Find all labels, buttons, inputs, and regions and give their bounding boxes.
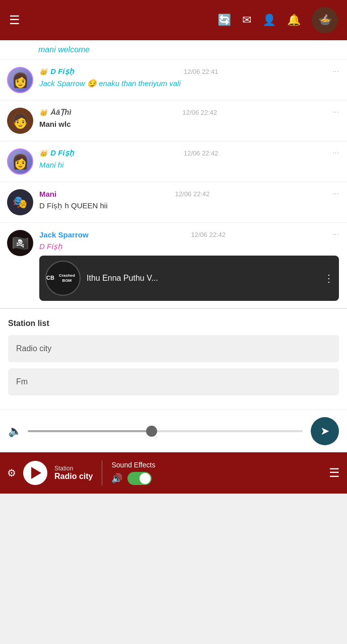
message-time: 12/06 22:41 <box>184 68 219 75</box>
play-triangle-icon <box>31 467 41 479</box>
send-button[interactable]: ➤ <box>311 417 339 445</box>
media-title: Ithu Enna Puthu V... <box>87 274 324 283</box>
divider <box>102 460 102 486</box>
message-text: D Fíṣḥ <box>39 241 339 252</box>
bell-icon[interactable]: 🔔 <box>287 14 301 27</box>
table-row: 🏴‍☠️ Jack Sparrow 12/06 22:42 ··· D Fíṣḥ… <box>0 223 347 308</box>
crown-icon: 👑 <box>39 68 47 75</box>
message-header: 👑 ĀāṬhì 12/06 22:42 ··· <box>39 108 339 117</box>
table-row: 🎭 Mani 12/06 22:42 ··· D Fíṣḥ h QUEEN hi… <box>0 182 347 223</box>
avatar: 👩 <box>7 67 33 93</box>
message-text: D Fíṣḥ h QUEEN hii <box>39 200 339 211</box>
username: 👑 D Fíṣḥ <box>39 67 74 76</box>
sync-icon[interactable]: 🔄 <box>218 14 231 27</box>
bottom-bar: ⚙ Station Radio city Sound Effects 🔊 ☰ <box>0 452 347 494</box>
crown-icon: 👑 <box>39 149 47 157</box>
equalizer-icon[interactable]: ⚙ <box>7 467 16 479</box>
list-item[interactable]: Radio city <box>8 335 339 362</box>
table-row: 🧑 👑 ĀāṬhì 12/06 22:42 ··· Mani wlc <box>0 101 347 141</box>
more-icon[interactable]: ··· <box>332 230 339 239</box>
crown-icon: 👑 <box>39 109 47 116</box>
message-header: 👑 D Fíṣḥ 12/06 22:42 ··· <box>39 148 339 157</box>
message-header: Jack Sparrow 12/06 22:42 ··· <box>39 230 339 239</box>
avatar[interactable]: 🍲 <box>312 7 338 33</box>
more-icon[interactable]: ··· <box>332 189 339 198</box>
message-time: 12/06 22:42 <box>175 190 210 198</box>
username: 👑 ĀāṬhì <box>39 108 72 117</box>
message-body: 👑 ĀāṬhì 12/06 22:42 ··· Mani wlc <box>39 108 339 129</box>
bottom-menu-icon[interactable]: ☰ <box>329 466 340 480</box>
slider-thumb[interactable] <box>146 426 157 437</box>
sound-effects-toggle[interactable] <box>127 472 152 485</box>
sound-effects-row: 🔊 <box>111 472 155 485</box>
station-info: Station Radio city <box>54 465 93 481</box>
username: Mani <box>39 190 56 198</box>
slider-fill <box>28 430 152 432</box>
message-body: 👑 D Fíṣḥ 12/06 22:41 ··· Jack Sparrow 😏 … <box>39 67 339 89</box>
more-icon[interactable]: ··· <box>332 148 339 157</box>
username: Jack Sparrow <box>39 230 89 239</box>
station-label: Station <box>54 465 93 472</box>
message-header: Mani 12/06 22:42 ··· <box>39 189 339 198</box>
message-text: Jack Sparrow 😏 enaku than theriyum vali <box>39 78 339 89</box>
partial-message-text: mani welcome <box>38 45 90 54</box>
more-icon[interactable]: ··· <box>332 67 339 76</box>
message-time: 12/06 22:42 <box>184 149 219 157</box>
play-button[interactable] <box>23 461 47 485</box>
message-body: Mani 12/06 22:42 ··· D Fíṣḥ h QUEEN hii <box>39 189 339 211</box>
table-row: 👩 👑 D Fíṣḥ 12/06 22:41 ··· Jack Sparrow … <box>0 60 347 101</box>
more-icon[interactable]: ··· <box>332 108 339 117</box>
toggle-knob <box>140 473 151 484</box>
message-text: Mani wlc <box>39 119 339 129</box>
message-body: 👑 D Fíṣḥ 12/06 22:42 ··· Mani hi <box>39 148 339 170</box>
speaker-icon: 🔊 <box>111 473 122 484</box>
message-body: Jack Sparrow 12/06 22:42 ··· D Fíṣḥ CBCr… <box>39 230 339 301</box>
list-item[interactable]: Fm <box>8 368 339 395</box>
avatar: 🏴‍☠️ <box>7 230 33 256</box>
username: 👑 D Fíṣḥ <box>39 148 74 157</box>
message-time: 12/06 22:42 <box>191 231 226 238</box>
media-card[interactable]: CBCrashed BGM Ithu Enna Puthu V... ⋮ <box>39 256 339 301</box>
sound-effects-label: Sound Effects <box>111 461 155 469</box>
avatar: 👩 <box>7 148 33 175</box>
person-icon[interactable]: 👤 <box>262 14 276 27</box>
mail-icon[interactable]: ✉ <box>242 14 251 27</box>
volume-area: 🔈 ➤ <box>0 410 347 452</box>
hamburger-icon[interactable]: ☰ <box>9 13 20 27</box>
station-list-title: Station list <box>8 319 339 328</box>
chat-area: mani welcome 👩 👑 D Fíṣḥ 12/06 22:41 ··· … <box>0 40 347 308</box>
message-time: 12/06 22:42 <box>182 109 217 116</box>
table-row: 👩 👑 D Fíṣḥ 12/06 22:42 ··· Mani hi <box>0 141 347 182</box>
send-icon: ➤ <box>320 425 329 438</box>
station-name: Radio city <box>54 472 93 481</box>
volume-icon: 🔈 <box>8 425 22 438</box>
media-more-icon[interactable]: ⋮ <box>324 272 334 284</box>
message-text: Mani hi <box>39 159 339 170</box>
avatar: 🧑 <box>7 108 33 134</box>
volume-slider[interactable] <box>28 430 303 432</box>
header: ☰ 🔄 ✉ 👤 🔔 🍲 <box>0 0 347 40</box>
station-panel: Station list Radio city Fm <box>0 308 347 410</box>
message-header: 👑 D Fíṣḥ 12/06 22:41 ··· <box>39 67 339 76</box>
sound-effects-section: Sound Effects 🔊 <box>111 461 155 485</box>
partial-message: mani welcome <box>0 40 347 60</box>
media-logo: CBCrashed BGM <box>45 261 81 296</box>
avatar: 🎭 <box>7 189 33 215</box>
